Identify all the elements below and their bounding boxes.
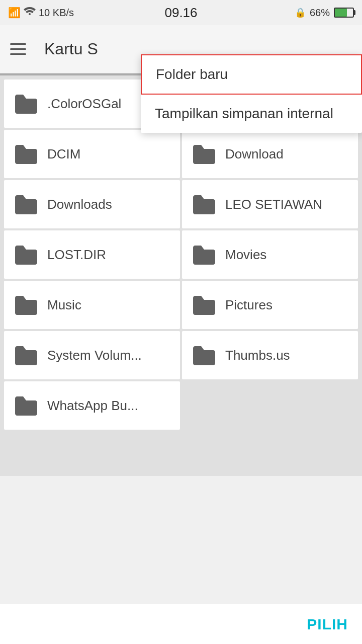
bottom-bar: PILIH <box>0 604 362 644</box>
folder-item[interactable]: WhatsApp Bu... <box>4 381 180 430</box>
folder-name: .ColorOSGal <box>47 96 121 112</box>
folder-icon <box>191 292 217 318</box>
folder-item[interactable]: DCIM <box>4 130 180 178</box>
folder-icon <box>13 392 39 419</box>
show-internal-button[interactable]: Tampilkan simpanan internal <box>141 95 362 133</box>
folder-item[interactable]: Movies <box>182 230 358 279</box>
folder-item[interactable]: Thumbs.us <box>182 331 358 379</box>
folder-icon <box>13 242 39 268</box>
folder-item[interactable]: LOST.DIR <box>4 230 180 279</box>
folder-name: LOST.DIR <box>47 247 106 263</box>
folder-icon <box>191 141 217 167</box>
folder-name: System Volum... <box>47 348 142 363</box>
status-bar: 📶 10 KB/s 09.16 🔒 66% <box>0 0 362 25</box>
time-display: 09.16 <box>164 5 197 21</box>
battery-percent: 66% <box>310 7 330 19</box>
folder-item[interactable]: Downloads <box>4 180 180 228</box>
battery-icon <box>334 8 354 18</box>
app-bar: Kartu S Folder baru Tampilkan simpanan i… <box>0 25 362 73</box>
folder-name: Downloads <box>47 197 112 212</box>
folder-name: Download <box>225 146 284 162</box>
lock-icon: 🔒 <box>295 7 306 18</box>
folder-name: LEO SETIAWAN <box>225 197 322 212</box>
app-bar-title: Kartu S <box>44 40 98 58</box>
folder-icon <box>191 191 217 217</box>
hamburger-menu-button[interactable] <box>10 38 32 60</box>
folder-item[interactable]: System Volum... <box>4 331 180 379</box>
folder-name: Movies <box>225 247 266 263</box>
folder-item[interactable]: Music <box>4 281 180 329</box>
status-left: 📶 10 KB/s <box>8 7 74 19</box>
folder-icon <box>13 292 39 318</box>
folder-icon <box>191 342 217 368</box>
new-folder-button[interactable]: Folder baru <box>141 54 362 95</box>
folder-icon <box>13 191 39 217</box>
speed-text: 10 KB/s <box>39 7 74 19</box>
folder-name: Pictures <box>225 297 273 313</box>
signal-icon: 📶 <box>8 7 21 19</box>
folder-icon <box>191 242 217 268</box>
folder-icon <box>13 342 39 368</box>
folder-item[interactable]: Download <box>182 130 358 178</box>
folder-name: Thumbs.us <box>225 348 290 363</box>
folder-icon <box>13 91 39 117</box>
dropdown-menu: Folder baru Tampilkan simpanan internal <box>141 54 362 133</box>
folder-name: WhatsApp Bu... <box>47 398 138 414</box>
wifi-icon <box>24 7 36 19</box>
folder-icon <box>13 141 39 167</box>
pilih-button[interactable]: PILIH <box>307 616 348 633</box>
file-grid: .ColorOSGal autorun.inf DCIM Download Do… <box>0 75 362 476</box>
folder-name: Music <box>47 297 81 313</box>
folder-item[interactable]: Pictures <box>182 281 358 329</box>
folder-item[interactable]: LEO SETIAWAN <box>182 180 358 228</box>
status-right: 🔒 66% <box>295 7 354 19</box>
folder-name: DCIM <box>47 146 80 162</box>
